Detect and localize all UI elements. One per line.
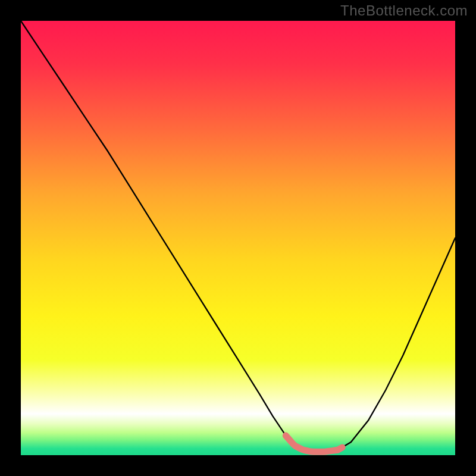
bottleneck-plot [21,21,455,455]
watermark-text: TheBottleneck.com [340,2,468,19]
chart-frame: TheBottleneck.com [0,0,476,476]
plot-area [21,21,455,455]
gradient-background [21,21,455,455]
